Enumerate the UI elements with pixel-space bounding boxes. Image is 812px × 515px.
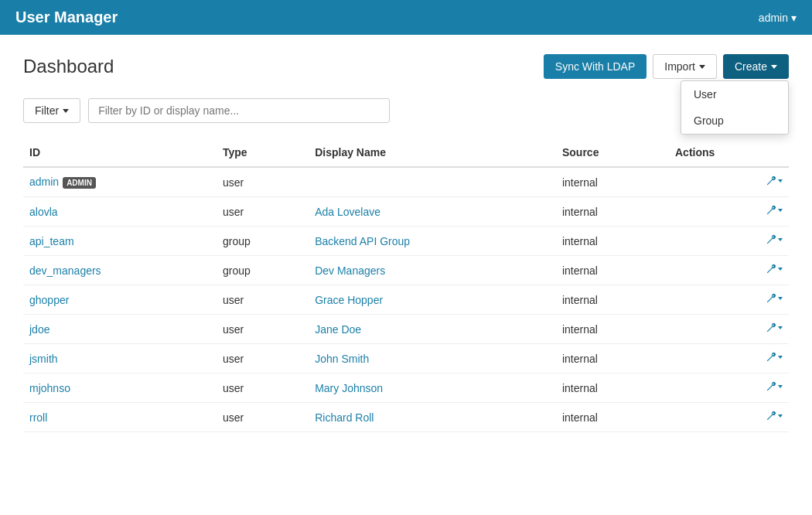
display-name-link[interactable]: Ada Lovelave [315, 206, 380, 218]
app-title: User Manager [15, 9, 118, 26]
wrench-icon [766, 234, 776, 245]
table-row: jsmithuserJohn Smithinternal [23, 344, 789, 373]
create-dropdown-container: Create User Group [723, 54, 789, 79]
row-action-button[interactable] [766, 234, 783, 245]
display-name-link[interactable]: Backend API Group [315, 235, 410, 247]
import-button[interactable]: Import [653, 54, 717, 79]
col-actions: Actions [669, 138, 789, 167]
filter-button[interactable]: Filter [23, 98, 80, 123]
id-link[interactable]: alovla [29, 206, 58, 218]
id-link[interactable]: jsmith [29, 353, 58, 365]
page-header: Dashboard Sync With LDAP Import Create U… [23, 54, 789, 79]
id-link[interactable]: rroll [29, 411, 47, 424]
import-caret-icon [699, 65, 705, 69]
wrench-icon [766, 293, 776, 304]
col-type: Type [217, 138, 309, 167]
wrench-icon [766, 176, 776, 186]
cell-id: adminADMIN [23, 167, 217, 197]
id-link[interactable]: admin [29, 176, 59, 188]
row-action-button[interactable] [766, 411, 783, 421]
cell-source: internal [556, 403, 669, 432]
create-dropdown-menu: User Group [681, 80, 789, 135]
wrench-icon [766, 264, 776, 275]
cell-actions [669, 285, 789, 315]
cell-source: internal [556, 285, 669, 315]
display-name-link[interactable]: Jane Doe [315, 323, 361, 336]
id-link[interactable]: mjohnso [29, 382, 70, 394]
cell-source: internal [556, 373, 669, 403]
cell-id: api_team [23, 227, 217, 256]
create-label: Create [735, 60, 767, 73]
cell-type: group [217, 256, 309, 285]
table-row: dev_managersgroupDev Managersinternal [23, 256, 789, 285]
action-caret-icon [778, 356, 783, 359]
filter-bar: Filter Showing 1-9 of 9 [23, 98, 789, 123]
wrench-icon [766, 205, 776, 216]
cell-type: group [217, 227, 309, 256]
table-row: api_teamgroupBackend API Groupinternal [23, 227, 789, 256]
row-action-button[interactable] [766, 176, 783, 186]
cell-source: internal [556, 167, 669, 197]
cell-display-name: John Smith [309, 344, 556, 373]
action-caret-icon [778, 326, 783, 329]
cell-display-name: Richard Roll [309, 403, 556, 432]
cell-id: ghopper [23, 285, 217, 315]
display-name-link[interactable]: Dev Managers [315, 264, 385, 277]
create-user-option[interactable]: User [681, 81, 788, 107]
row-action-button[interactable] [766, 381, 783, 392]
table-row: ghopperuserGrace Hopperinternal [23, 285, 789, 315]
display-name-link[interactable]: John Smith [315, 353, 369, 365]
cell-source: internal [556, 344, 669, 373]
cell-type: user [217, 197, 309, 227]
col-id: ID [23, 138, 217, 167]
create-button[interactable]: Create [723, 54, 789, 79]
cell-actions [669, 256, 789, 285]
cell-actions [669, 197, 789, 227]
cell-type: user [217, 167, 309, 197]
table-row: mjohnsouserMary Johnsoninternal [23, 373, 789, 403]
display-name-link[interactable]: Mary Johnson [315, 382, 383, 394]
cell-actions [669, 403, 789, 432]
id-link[interactable]: jdoe [29, 323, 49, 336]
action-caret-icon [778, 238, 783, 241]
cell-id: alovla [23, 197, 217, 227]
row-action-button[interactable] [766, 264, 783, 275]
cell-id: dev_managers [23, 256, 217, 285]
table-body: adminADMINuserinternal alovlauserAda Lov… [23, 167, 789, 432]
table-row: alovlauserAda Lovelaveinternal [23, 197, 789, 227]
action-caret-icon [778, 209, 783, 212]
table-header: ID Type Display Name Source Actions [23, 138, 789, 167]
display-name-link[interactable]: Richard Roll [315, 411, 374, 424]
cell-display-name: Dev Managers [309, 256, 556, 285]
id-link[interactable]: dev_managers [29, 264, 101, 277]
cell-type: user [217, 373, 309, 403]
table-row: jdoeuserJane Doeinternal [23, 315, 789, 344]
create-group-option[interactable]: Group [681, 107, 788, 134]
row-action-button[interactable] [766, 322, 783, 333]
row-action-button[interactable] [766, 205, 783, 216]
user-label: admin [759, 12, 788, 24]
col-source: Source [556, 138, 669, 167]
id-link[interactable]: api_team [29, 235, 74, 247]
main-content: Dashboard Sync With LDAP Import Create U… [0, 35, 812, 515]
row-action-button[interactable] [766, 352, 783, 363]
row-action-button[interactable] [766, 293, 783, 304]
cell-display-name: Backend API Group [309, 227, 556, 256]
user-menu[interactable]: admin ▾ [759, 12, 797, 24]
user-caret-icon: ▾ [791, 12, 797, 24]
table-row: rrolluserRichard Rollinternal [23, 403, 789, 432]
cell-display-name [309, 167, 556, 197]
cell-id: jdoe [23, 315, 217, 344]
filter-input[interactable] [88, 98, 390, 123]
display-name-link[interactable]: Grace Hopper [315, 294, 383, 306]
col-display-name: Display Name [309, 138, 556, 167]
filter-caret-icon [63, 109, 69, 113]
cell-type: user [217, 344, 309, 373]
cell-display-name: Jane Doe [309, 315, 556, 344]
id-link[interactable]: ghopper [29, 294, 69, 306]
action-caret-icon [778, 179, 783, 182]
sync-ldap-button[interactable]: Sync With LDAP [544, 54, 647, 79]
action-caret-icon [778, 268, 783, 271]
cell-type: user [217, 315, 309, 344]
cell-actions [669, 315, 789, 344]
